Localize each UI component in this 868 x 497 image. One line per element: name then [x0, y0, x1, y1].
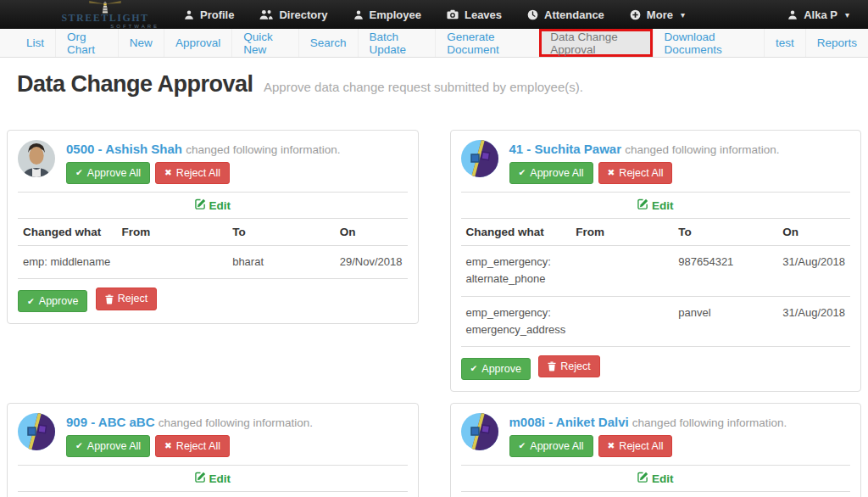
brand-name: STREETLIGHT: [61, 13, 148, 23]
x-icon: ✖: [164, 167, 172, 179]
tab-new[interactable]: New: [118, 29, 164, 57]
approve-button[interactable]: ✔ Approve: [461, 358, 531, 380]
edit-pencil-icon: [195, 472, 206, 485]
card-header: 41 - Suchita Pawar changed following inf…: [451, 131, 861, 184]
camera-icon: [447, 9, 459, 20]
edit-link[interactable]: Edit: [637, 198, 674, 212]
cell-changed-what: emp_emergency: alternate_phone: [461, 246, 571, 296]
card-header: m008i - Aniket Dalvi changed following i…: [451, 404, 861, 457]
edit-link[interactable]: Edit: [637, 472, 674, 485]
reject-button[interactable]: Reject: [538, 355, 599, 377]
reject-button[interactable]: Reject: [96, 288, 157, 310]
topnav-item-directory[interactable]: Directory: [247, 0, 340, 29]
brand-logo[interactable]: STREETLIGHT SOFTWARE: [51, 1, 159, 29]
tab-generate-document[interactable]: Generate Document: [435, 29, 539, 57]
reject-all-button[interactable]: ✖ Reject All: [155, 435, 230, 457]
employee-name-link[interactable]: 0500 - Ashish Shah: [66, 142, 182, 156]
caret-down-icon: ▾: [681, 10, 685, 20]
user-menu[interactable]: Alka P ▾: [781, 0, 856, 29]
check-icon: ✔: [75, 440, 83, 452]
approve-all-button[interactable]: ✔ Approve All: [66, 435, 150, 457]
tab-data-change-approval[interactable]: Data Change Approval: [539, 29, 652, 57]
approve-all-button[interactable]: ✔ Approve All: [509, 162, 593, 184]
changes-table: Edit Changed what From To On emp: firstn…: [18, 465, 408, 497]
x-icon: ✖: [608, 167, 615, 179]
people-icon: [259, 9, 273, 20]
edit-link[interactable]: Edit: [195, 472, 231, 485]
brand-tagline: SOFTWARE: [110, 24, 159, 29]
reject-all-button[interactable]: ✖ Reject All: [598, 435, 673, 457]
top-navbar: STREETLIGHT SOFTWARE ProfileDirectoryEmp…: [0, 0, 868, 29]
topnav-item-profile[interactable]: Profile: [171, 0, 247, 29]
reject-all-button[interactable]: ✖ Reject All: [598, 162, 673, 184]
change-request-card: 41 - Suchita Pawar changed following inf…: [450, 130, 862, 392]
cell-from: [570, 296, 673, 346]
x-icon: ✖: [608, 440, 615, 452]
check-icon: ✔: [470, 363, 478, 375]
topnav-item-label: Leaves: [465, 8, 502, 21]
column-header-changed-what: Changed what: [18, 492, 116, 497]
trash-icon: [105, 294, 114, 304]
card-header: 909 - ABC aBC changed following informat…: [8, 404, 418, 457]
tab-org-chart[interactable]: Org Chart: [55, 29, 118, 57]
column-header-from: From: [117, 219, 228, 246]
change-request-cards: 0500 - Ashish Shah changed following inf…: [0, 130, 868, 497]
edit-link[interactable]: Edit: [195, 198, 231, 212]
column-header-to: To: [227, 219, 335, 246]
cell-from: [570, 246, 673, 296]
caret-down-icon: ▾: [845, 10, 849, 20]
cell-changed-what: emp: middlename: [18, 246, 117, 279]
change-info-text: changed following information.: [159, 416, 313, 429]
change-row: emp: middlename bharat 29/Nov/2018: [18, 246, 408, 279]
approve-all-button[interactable]: ✔ Approve All: [66, 162, 150, 184]
default-avatar: [461, 413, 498, 450]
cell-changed-what: emp_emergency: emergency_address: [461, 296, 571, 346]
cell-on: 31/Aug/2018: [777, 296, 850, 346]
plus-circle-icon: [630, 9, 641, 20]
approve-button[interactable]: ✔ Approve: [18, 290, 87, 312]
topnav-item-label: Directory: [279, 8, 327, 21]
tab-batch-update[interactable]: Batch Update: [358, 29, 436, 57]
topnav-item-label: More: [647, 8, 673, 21]
check-icon: ✔: [27, 296, 35, 308]
employee-name-link[interactable]: m008i - Aniket Dalvi: [509, 415, 629, 429]
changes-table: Edit Changed what From To On emp_emergen…: [461, 192, 851, 381]
default-avatar: [18, 413, 55, 450]
clock-icon: [527, 9, 538, 20]
card-header: 0500 - Ashish Shah changed following inf…: [8, 131, 418, 184]
tab-reports[interactable]: Reports: [805, 29, 868, 57]
cell-on: 29/Nov/2018: [335, 246, 408, 279]
change-request-card: 909 - ABC aBC changed following informat…: [7, 403, 419, 497]
tab-test[interactable]: test: [764, 29, 805, 57]
page-title: Data Change Approval: [17, 71, 253, 97]
employee-name-link[interactable]: 41 - Suchita Pawar: [509, 142, 622, 156]
topnav-items: ProfileDirectoryEmployeeLeavesAttendance…: [171, 0, 698, 29]
cell-from: [117, 246, 228, 279]
changes-table: Edit Changed what From To On emp: middle…: [18, 192, 408, 313]
user-name: Alka P: [804, 8, 837, 21]
cell-to: 987654321: [673, 246, 777, 296]
topnav-item-leaves[interactable]: Leaves: [434, 0, 515, 29]
tab-bar: ListOrg ChartNewApprovalQuick NewSearchB…: [0, 29, 868, 58]
column-header-from: From: [570, 219, 673, 246]
approve-all-button[interactable]: ✔ Approve All: [509, 435, 593, 457]
check-icon: ✔: [519, 167, 526, 179]
tab-approval[interactable]: Approval: [164, 29, 231, 57]
person-icon: [184, 9, 194, 20]
employee-name-link[interactable]: 909 - ABC aBC: [66, 415, 154, 429]
tab-list[interactable]: List: [15, 29, 55, 57]
topnav-item-attendance[interactable]: Attendance: [515, 0, 617, 29]
reject-all-button[interactable]: ✖ Reject All: [155, 162, 230, 184]
topnav-item-label: Profile: [200, 8, 234, 21]
column-header-changed-what: Changed what: [461, 492, 568, 497]
tab-quick-new[interactable]: Quick New: [231, 29, 298, 57]
topnav-item-more[interactable]: More▾: [617, 0, 698, 29]
tab-download-documents[interactable]: Download Documents: [653, 29, 764, 57]
change-request-card: 0500 - Ashish Shah changed following inf…: [7, 130, 419, 324]
cell-to: bharat: [227, 246, 335, 279]
change-request-card: m008i - Aniket Dalvi changed following i…: [450, 403, 862, 497]
column-header-to: To: [227, 492, 335, 497]
column-header-changed-what: Changed what: [18, 219, 117, 246]
tab-search[interactable]: Search: [298, 29, 358, 57]
topnav-item-employee[interactable]: Employee: [341, 0, 434, 29]
